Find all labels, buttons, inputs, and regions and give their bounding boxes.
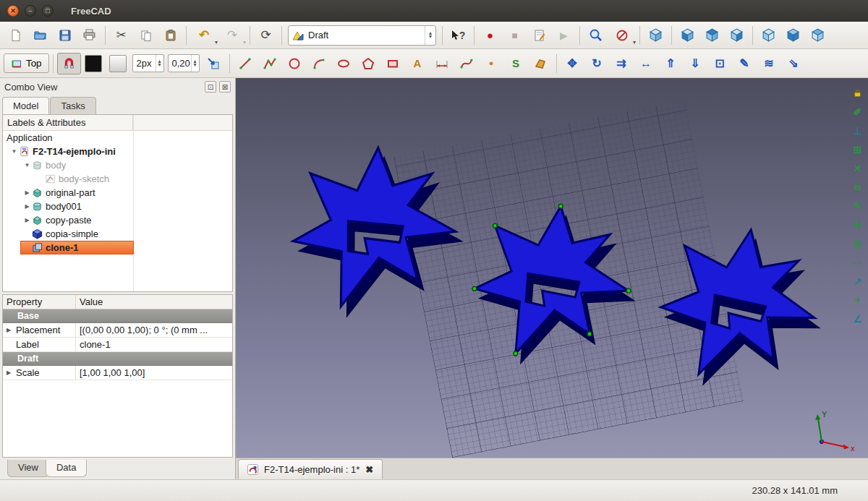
tree-item-body[interactable]: ▼ body [3,158,232,172]
snap-angle-button[interactable]: ∠ [848,309,867,327]
window-close-button[interactable]: ✕ [7,5,19,17]
draft-offset-button[interactable]: ⇉ [610,53,634,74]
tab-view[interactable]: View [7,460,49,477]
draft-mirror-button[interactable]: ↔ [634,53,658,74]
view-left-button[interactable] [806,25,830,46]
macro-edit-button[interactable] [527,25,551,46]
property-row-scale[interactable]: ▶ Scale [1,00 1,00 1,00] [3,366,232,380]
view-rear-button[interactable] [757,25,780,46]
snap-ortho-button[interactable]: ✛ [848,215,867,234]
line-width-spinbox[interactable]: 2px ▴▾ [132,54,164,72]
snap-edit-button[interactable]: ✎ [848,197,867,215]
panel-float-button[interactable]: ⊡ [205,81,216,93]
draft-scale-button[interactable]: ⊡ [708,53,732,74]
draft-rectangle-button[interactable] [381,53,405,74]
tree-item-copy-paste[interactable]: ▶ copy-paste [3,213,232,227]
snap-add-button[interactable]: + [848,291,867,309]
draft-arc-button[interactable] [307,53,331,74]
print-button[interactable] [77,25,101,46]
property-value[interactable]: [1,00 1,00 1,00] [75,366,232,380]
draft-line-button[interactable] [234,53,258,74]
snap-extension-button[interactable]: ↗ [848,272,867,290]
snap-lock-button[interactable] [848,84,867,102]
3d-viewport[interactable]: ✐ ⊥ ⊞ ✕ ≋ ✎ ✛ ◎ ⋯ ↗ + ∠ x Y [236,78,868,479]
toggle-grid-button[interactable]: ⊞ [848,140,867,158]
expander-icon[interactable]: ▶ [7,327,14,333]
spinner-arrows-icon[interactable]: ▴▾ [156,55,163,72]
redo-button[interactable]: ↷ ▾ [218,25,246,46]
tab-tasks[interactable]: Tasks [50,97,95,114]
expander-icon[interactable]: ▶ [22,189,32,196]
draft-dimension-button[interactable] [430,53,454,74]
property-group-base[interactable]: Base [3,309,232,323]
view-right-button[interactable] [725,25,749,46]
view-fit-all-button[interactable] [584,25,608,46]
property-group-draft[interactable]: Draft [3,352,232,366]
property-value[interactable]: clone-1 [75,338,232,351]
tree-item-body001[interactable]: ▶ body001 [3,200,232,213]
expander-icon[interactable]: ▼ [9,148,19,155]
window-minimize-button[interactable]: – [25,5,36,17]
star-shape-2[interactable] [475,206,634,363]
tree-item-document[interactable]: ▼ F2-T14-ejemplo-ini [3,145,232,158]
property-row-label[interactable]: Label clone-1 [3,338,232,352]
macro-record-button[interactable]: ● [478,25,502,46]
star-shape-3[interactable] [657,225,824,390]
copy-button[interactable] [134,25,158,46]
line-color-button[interactable] [82,53,106,74]
macro-stop-button[interactable]: ■ [503,25,527,46]
window-maximize-button[interactable]: □ [42,5,54,17]
cut-button[interactable]: ✂ [109,25,133,46]
open-file-button[interactable] [28,25,52,46]
snap-layers-button[interactable]: ≋ [848,178,867,196]
view-isometric-button[interactable] [644,25,668,46]
undo-button[interactable]: ↶ ▾ [190,25,218,46]
snap-endpoint-button[interactable]: ✐ [848,103,867,121]
expander-icon[interactable]: ▶ [22,203,32,210]
text-scale-spinbox[interactable]: 0,20 ▴▾ [168,54,200,72]
apply-style-button[interactable] [202,53,226,74]
snap-center-button[interactable]: ◎ [848,234,867,252]
draw-style-dropdown-icon[interactable]: ▾ [633,39,636,46]
expander-icon[interactable]: ▶ [22,217,32,223]
workbench-selector[interactable]: Draft ▴▾ [288,25,436,46]
draft-text-button[interactable]: A [406,53,430,74]
draft-move-button[interactable]: ✥ [561,53,584,74]
tab-close-icon[interactable]: ✖ [365,464,373,475]
draft-shapestring-button[interactable]: S [504,53,528,74]
property-value[interactable]: [(0,00 0,00 1,00); 0 °; (0 mm ... [75,323,232,337]
expander-icon[interactable]: ▶ [7,369,14,376]
tab-model[interactable]: Model [2,97,49,114]
tree-item-body-sketch[interactable]: body-sketch [3,172,232,186]
macro-play-button[interactable]: ▶ [552,25,576,46]
draft-downgrade-button[interactable]: ⇓ [684,53,707,74]
tree-item-clone-1[interactable]: clone-1 [3,241,232,254]
snap-master-toggle[interactable] [57,53,81,74]
snap-dimensions-button[interactable]: ⊥ [848,121,867,140]
draft-shape2dview-button[interactable]: ≋ [757,53,781,74]
view-top-button[interactable] [700,25,724,46]
draft-stretch-button[interactable]: ⇘ [782,53,806,74]
new-file-button[interactable] [4,25,27,46]
draft-ellipse-button[interactable] [332,53,356,74]
spinner-arrows-icon[interactable]: ▴▾ [191,55,199,72]
whats-this-button[interactable]: ? [446,25,470,46]
redo-dropdown-icon[interactable]: ▾ [243,39,246,46]
draft-rotate-button[interactable]: ↻ [585,53,609,74]
draft-upgrade-button[interactable]: ⇑ [659,53,683,74]
draft-polygon-button[interactable] [357,53,380,74]
document-tab[interactable]: F2-T14-ejemplo-ini : 1* ✖ [238,459,383,479]
save-button[interactable] [53,25,77,46]
refresh-button[interactable]: ⟳ [254,25,278,46]
draft-wire-button[interactable] [258,53,282,74]
tree-item-application[interactable]: Application [3,131,232,145]
3d-model-stars[interactable] [236,78,868,479]
view-front-button[interactable] [676,25,699,46]
draft-facebinder-button[interactable] [529,53,553,74]
draft-edit-button[interactable]: ✎ [733,53,757,74]
tree-item-copia-simple[interactable]: copia-simple [3,227,232,241]
working-plane-button[interactable]: Top [4,53,49,73]
draw-style-button[interactable]: ▾ [608,25,636,46]
undo-dropdown-icon[interactable]: ▾ [215,39,218,46]
tree-item-original-part[interactable]: ▶ original-part [3,186,232,200]
